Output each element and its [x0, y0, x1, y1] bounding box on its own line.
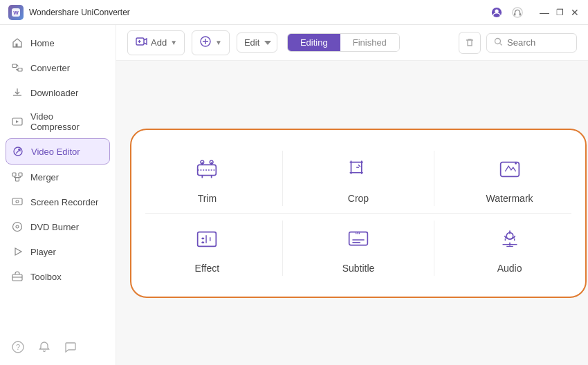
- search-input[interactable]: [507, 37, 569, 48]
- add-media-label: Add: [151, 37, 167, 48]
- svg-rect-8: [12, 64, 17, 68]
- svg-rect-33: [349, 232, 368, 245]
- svg-point-32: [202, 241, 204, 243]
- tab-finished[interactable]: Finished: [340, 34, 399, 51]
- video-compressor-icon: [11, 115, 24, 128]
- sidebar-label-video-editor: Video Editor: [31, 147, 80, 157]
- subtitle-item[interactable]: Subtitle: [296, 214, 421, 283]
- svg-rect-13: [19, 173, 22, 176]
- toolbar: Add ▼ ▼ Edit Editing Finished: [116, 25, 588, 61]
- maximize-button[interactable]: ❐: [555, 8, 564, 17]
- sidebar-label-screen-recorder: Screen Recorder: [30, 197, 98, 207]
- svg-text:W: W: [13, 10, 19, 16]
- crop-icon: [342, 153, 375, 186]
- headset-icon[interactable]: [512, 7, 523, 18]
- svg-point-24: [495, 38, 501, 44]
- sidebar-label-downloader: Downloader: [30, 88, 78, 98]
- svg-rect-30: [198, 232, 217, 246]
- toolbox-icon: [11, 270, 24, 283]
- svg-rect-9: [18, 68, 22, 72]
- svg-rect-6: [520, 12, 521, 15]
- help-icon[interactable]: ?: [11, 340, 25, 354]
- effect-icon: [190, 223, 223, 256]
- audio-label: Audio: [497, 263, 522, 274]
- screen-recorder-icon: [11, 196, 24, 208]
- sidebar-label-toolbox: Toolbox: [30, 272, 62, 282]
- svg-rect-5: [514, 12, 515, 15]
- app-title: Wondershare UniConverter: [29, 8, 130, 17]
- merger-icon: [11, 171, 24, 183]
- editor-row-1: Trim: [138, 144, 578, 213]
- edit-select[interactable]: Edit: [237, 32, 277, 53]
- svg-rect-7: [16, 44, 18, 47]
- svg-point-29: [515, 162, 517, 165]
- effect-label: Effect: [195, 263, 220, 274]
- svg-point-17: [13, 223, 22, 232]
- sidebar-item-toolbox[interactable]: Toolbox: [0, 264, 116, 289]
- audio-icon: [493, 223, 526, 256]
- sidebar-label-converter: Converter: [30, 63, 70, 73]
- delete-button[interactable]: [459, 32, 481, 54]
- search-icon: [494, 37, 503, 48]
- editor-row-2: Effect Subtitle: [138, 214, 578, 283]
- sidebar-label-merger: Merger: [30, 172, 59, 182]
- crop-item[interactable]: Crop: [296, 144, 421, 213]
- svg-rect-28: [500, 162, 519, 176]
- feedback-icon[interactable]: [64, 340, 77, 354]
- watermark-item[interactable]: Watermark: [448, 144, 572, 213]
- effect-dropdown-arrow: ▼: [215, 39, 222, 46]
- sidebar-item-screen-recorder[interactable]: Screen Recorder: [0, 189, 116, 214]
- sidebar-item-downloader[interactable]: Downloader: [0, 80, 116, 105]
- sidebar-label-video-compressor: Video Compressor: [30, 111, 104, 132]
- downloader-icon: [11, 86, 24, 99]
- watermark-label: Watermark: [486, 193, 533, 204]
- editor-panel: Trim: [130, 129, 587, 298]
- add-effect-button[interactable]: ▼: [192, 30, 230, 55]
- svg-point-16: [16, 200, 19, 203]
- user-icon[interactable]: [491, 7, 502, 18]
- sidebar-item-player[interactable]: Player: [0, 239, 116, 264]
- notification-icon[interactable]: [37, 340, 51, 354]
- video-editor-icon: [12, 145, 24, 158]
- watermark-icon: [493, 153, 526, 186]
- sidebar-label-player: Player: [30, 247, 56, 257]
- sidebar-item-merger[interactable]: Merger: [0, 165, 116, 189]
- sidebar-item-converter[interactable]: Converter: [0, 55, 116, 80]
- sidebar-item-video-compressor[interactable]: Video Compressor: [0, 105, 116, 138]
- effect-item[interactable]: Effect: [145, 214, 269, 283]
- dvd-burner-icon: [11, 221, 24, 233]
- search-box[interactable]: [486, 33, 577, 53]
- trim-label: Trim: [198, 193, 217, 204]
- sidebar: Home Converter Downloader: [0, 25, 116, 365]
- subtitle-label: Subtitle: [342, 263, 375, 274]
- minimize-button[interactable]: —: [540, 8, 549, 17]
- svg-point-31: [202, 237, 204, 239]
- app-logo: W: [8, 5, 24, 20]
- svg-rect-15: [12, 198, 22, 205]
- sidebar-item-dvd-burner[interactable]: DVD Burner: [0, 214, 116, 239]
- tab-group: Editing Finished: [287, 33, 400, 52]
- add-icon: [135, 35, 147, 50]
- sidebar-item-home[interactable]: Home: [0, 30, 116, 55]
- add-media-button[interactable]: Add ▼: [127, 30, 185, 55]
- editor-content-area: Trim: [116, 61, 588, 365]
- svg-point-4: [513, 7, 522, 17]
- home-icon: [11, 37, 24, 49]
- close-button[interactable]: ✕: [570, 8, 580, 17]
- subtitle-icon: [342, 223, 375, 256]
- sidebar-item-video-editor[interactable]: Video Editor: [6, 138, 110, 165]
- effect-add-icon: [199, 35, 212, 50]
- svg-rect-14: [16, 178, 19, 181]
- add-dropdown-arrow: ▼: [170, 39, 177, 46]
- svg-rect-12: [12, 173, 16, 176]
- svg-text:?: ?: [16, 343, 20, 351]
- crop-label: Crop: [348, 193, 369, 204]
- main-content: Add ▼ ▼ Edit Editing Finished: [116, 25, 588, 365]
- tab-editing[interactable]: Editing: [288, 34, 340, 51]
- svg-point-3: [495, 9, 498, 12]
- trim-item[interactable]: Trim: [145, 144, 269, 213]
- sidebar-label-home: Home: [30, 38, 55, 48]
- title-bar: W Wondershare UniConverter — ❐ ✕: [0, 0, 588, 25]
- audio-item[interactable]: Audio: [448, 214, 572, 283]
- svg-point-18: [16, 225, 19, 228]
